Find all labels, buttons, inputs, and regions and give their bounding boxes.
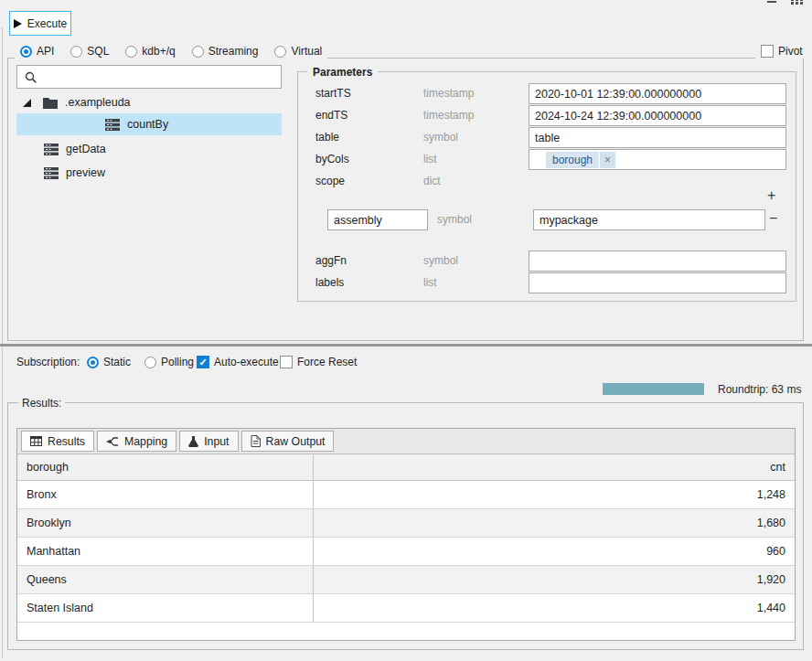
pivot-checkbox[interactable]: Pivot <box>761 45 803 58</box>
param-type-endts: timestamp <box>423 109 474 122</box>
radio-icon <box>70 46 82 58</box>
cell-cnt: 1,680 <box>314 509 795 537</box>
param-name-table: table <box>315 131 339 144</box>
param-name-scope: scope <box>315 175 345 187</box>
radio-icon <box>274 46 286 58</box>
cell-cnt: 1,248 <box>314 481 795 508</box>
tree-item-label: .exampleuda <box>65 96 131 109</box>
param-name-startts: startTS <box>315 87 351 100</box>
param-type-startts: timestamp <box>423 87 474 100</box>
table-row[interactable]: Brooklyn 1,680 <box>17 509 795 538</box>
param-type-labels: list <box>423 276 437 289</box>
table-row[interactable]: Queens 1,920 <box>17 566 795 594</box>
table-row[interactable]: Manhattan 960 <box>17 538 795 566</box>
param-name-endts: endTS <box>315 109 347 122</box>
uda-icon <box>44 144 59 155</box>
subscription-static-label: Static <box>103 356 131 368</box>
results-legend: Results: <box>18 396 65 410</box>
api-search-box <box>16 65 282 89</box>
tab-input-label: Input <box>204 435 229 448</box>
chip-remove-button[interactable]: × <box>600 152 615 168</box>
results-table-header: borough cnt <box>17 454 795 481</box>
results-tabbar: Results Mapping Input <box>17 429 795 454</box>
window-left-edge <box>2 27 3 658</box>
param-input-labels[interactable] <box>529 272 786 293</box>
execute-button-label: Execute <box>27 17 67 30</box>
execute-button[interactable]: Execute <box>9 11 71 36</box>
subscription-polling-label: Polling <box>161 356 194 368</box>
param-input-aggfn[interactable] <box>529 251 786 272</box>
radio-icon <box>125 46 137 58</box>
mode-radio-api[interactable]: API <box>20 45 54 58</box>
tree-item-label: countBy <box>127 118 168 131</box>
scope-key-input[interactable] <box>327 209 428 230</box>
table-icon <box>30 436 42 446</box>
tree-item-countby[interactable]: countBy <box>16 113 282 135</box>
param-type-table: symbol <box>423 131 458 144</box>
checkbox-icon <box>280 356 293 368</box>
query-mode-radiogroup: API SQL kdb+/q Streaming Virtual <box>15 44 327 59</box>
mapping-icon <box>106 436 119 447</box>
tab-raw-output-label: Raw Output <box>266 435 326 448</box>
progress-bar <box>603 383 704 395</box>
pivot-control: Pivot <box>755 44 808 59</box>
auto-execute-checkbox[interactable]: Auto-execute <box>197 355 279 369</box>
table-row[interactable]: Staten Island 1,440 <box>17 594 795 623</box>
tab-mapping[interactable]: Mapping <box>97 431 176 452</box>
column-header-cnt[interactable]: cnt <box>314 454 795 480</box>
uda-icon <box>44 167 59 179</box>
scope-add-button[interactable]: + <box>767 188 775 203</box>
tree-item-label: preview <box>66 166 105 179</box>
roundtrip-label: Roundtrip: 63 ms <box>718 383 801 396</box>
section-divider <box>0 344 812 346</box>
chip-label: borough <box>546 152 599 168</box>
param-name-aggfn: aggFn <box>315 254 347 267</box>
search-input[interactable] <box>42 69 281 84</box>
tab-raw-output[interactable]: Raw Output <box>241 431 335 452</box>
param-input-bycols[interactable]: borough × <box>529 149 786 170</box>
tree-expander-icon[interactable] <box>23 99 31 107</box>
param-input-endts[interactable] <box>529 105 786 126</box>
results-panel: Results Mapping Input <box>16 428 796 641</box>
table-row[interactable]: Bronx 1,248 <box>17 481 795 509</box>
cell-borough: Bronx <box>17 481 314 508</box>
cell-borough: Manhattan <box>17 538 314 565</box>
radio-icon <box>87 357 99 368</box>
radio-icon <box>144 357 156 368</box>
mode-radio-streaming[interactable]: Streaming <box>192 45 259 58</box>
subscription-radio-polling[interactable]: Polling <box>144 355 194 369</box>
mode-radio-kdbq[interactable]: kdb+/q <box>125 45 175 58</box>
cell-borough: Brooklyn <box>17 509 314 537</box>
param-type-bycols: list <box>423 153 437 165</box>
subscription-radio-static[interactable]: Static <box>87 355 131 369</box>
mode-radio-virtual[interactable]: Virtual <box>274 45 322 58</box>
tab-input[interactable]: Input <box>179 431 238 452</box>
cell-cnt: 1,920 <box>314 566 795 593</box>
checkbox-icon <box>761 45 774 58</box>
param-input-startts[interactable] <box>529 83 786 104</box>
tree-item-exampleuda[interactable]: .exampleuda <box>16 91 282 113</box>
mode-radio-sql[interactable]: SQL <box>70 45 109 58</box>
cell-cnt: 960 <box>314 538 795 565</box>
more-options-icon[interactable] <box>791 0 794 1</box>
scope-value-input[interactable] <box>533 209 765 230</box>
mode-radio-virtual-label: Virtual <box>291 45 322 58</box>
subscription-label: Subscription: <box>16 355 80 369</box>
column-header-borough[interactable]: borough <box>17 454 314 480</box>
bycols-chip: borough × <box>546 152 615 168</box>
app-window: Execute API SQL kdb+/q Streaming Virtual… <box>0 0 812 661</box>
scope-remove-button[interactable]: − <box>769 211 777 226</box>
checkbox-icon <box>197 356 209 368</box>
minimize-icon[interactable] <box>767 1 776 3</box>
param-input-table[interactable] <box>529 127 786 148</box>
tree-item-getdata[interactable]: getData <box>16 138 282 160</box>
document-icon <box>251 435 261 447</box>
cell-borough: Queens <box>17 566 314 593</box>
mode-radio-streaming-label: Streaming <box>208 45 259 58</box>
scope-entry-type: symbol <box>437 213 472 226</box>
tab-results[interactable]: Results <box>21 431 94 452</box>
tree-item-preview[interactable]: preview <box>16 162 282 184</box>
mode-radio-kdbq-label: kdb+/q <box>142 45 175 58</box>
parameters-legend: Parameters <box>307 65 378 80</box>
force-reset-checkbox[interactable]: Force Reset <box>280 355 357 369</box>
